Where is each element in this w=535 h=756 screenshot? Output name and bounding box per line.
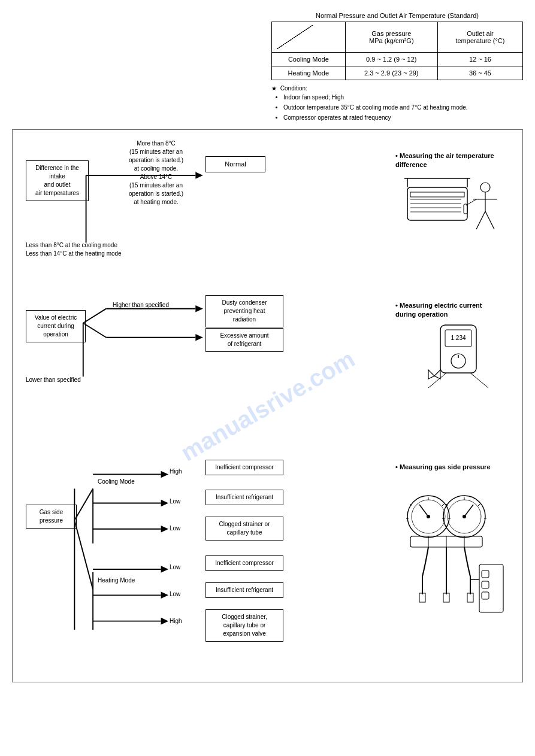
table-row: Cooling Mode 0.9 ~ 1.2 (9 ~ 12) 12 ~ 16 [272, 53, 523, 66]
svg-line-52 [419, 505, 428, 517]
condition-label: Condition: [280, 85, 307, 92]
svg-line-15 [476, 211, 485, 229]
svg-line-22 [83, 323, 106, 338]
cooling-mode-label: Cooling Mode [98, 478, 135, 486]
svg-marker-38 [161, 500, 169, 507]
low-label-4: Low [170, 590, 180, 599]
result-insufficient-refrigerant-2: Insufficient refrigerant [205, 582, 283, 598]
condition-bullets: Indoor fan speed; High Outdoor temperatu… [283, 93, 523, 122]
result-clogged-strainer-2: Clogged strainer,capillary tube orexpans… [205, 609, 283, 642]
condition-bullet-3: Compressor operates at rated frequency [283, 113, 523, 122]
row2-label: Heating Mode [272, 66, 346, 80]
normal-box: Normal [205, 156, 265, 172]
star-icon: ★ [271, 85, 277, 92]
result-insufficient-refrigerant-1: Insufficient refrigerant [205, 490, 283, 505]
col2-header: Outlet airtemperature (°C) [437, 22, 522, 53]
result-inefficient-compressor-1: Inefficient compressor [205, 460, 283, 475]
input-box-electric: Value of electriccurrent duringoperation [26, 310, 86, 342]
svg-line-19 [83, 309, 106, 323]
top-section: Normal Pressure and Outlet Air Temperatu… [12, 12, 523, 123]
col1-header: Gas pressureMPa (kg/cm²G) [345, 22, 437, 53]
high-label-2: High [170, 617, 182, 626]
pressure-table: Gas pressureMPa (kg/cm²G) Outlet airtemp… [271, 22, 523, 80]
input-box-gas: Gas sidepressure [26, 505, 77, 529]
row2-col2: 36 ~ 45 [437, 66, 522, 80]
svg-marker-48 [161, 618, 169, 625]
svg-marker-46 [161, 592, 169, 599]
row1-col2: 12 ~ 16 [437, 53, 522, 66]
input-box-air-temp: Difference in the intakeand outletair te… [26, 160, 89, 201]
table-row: Heating Mode 2.3 ~ 2.9 (23 ~ 29) 36 ~ 45 [272, 66, 523, 80]
high-label-1: High [170, 467, 182, 476]
svg-marker-44 [161, 566, 169, 573]
lower-label: Lower than specified [26, 376, 81, 384]
svg-rect-76 [482, 570, 489, 578]
right-bullet-electric: • Measuring electric currentduring opera… [395, 301, 509, 320]
lower-condition-text: Less than 8°C at the cooling modeLess th… [26, 241, 122, 258]
section1-air-temp: Difference in the intakeand outletair te… [20, 139, 515, 271]
result-excessive-refrigerant: Excessive amountof refrigerant [205, 328, 283, 352]
low-label-2: Low [170, 524, 180, 533]
svg-rect-18 [464, 204, 467, 214]
table-container: Normal Pressure and Outlet Air Temperatu… [271, 12, 523, 123]
row1-label: Cooling Mode [272, 53, 346, 66]
svg-line-41 [74, 520, 93, 589]
svg-point-53 [427, 515, 430, 518]
svg-rect-4 [410, 192, 464, 197]
svg-line-16 [485, 211, 494, 229]
svg-rect-26 [440, 325, 476, 373]
svg-rect-77 [482, 581, 489, 588]
low-label-1: Low [170, 497, 180, 506]
diagonal-header [272, 22, 346, 53]
main-diagram: manualsrive.com Difference in the intake… [12, 129, 523, 682]
condition-bullet-1: Indoor fan speed; High [283, 93, 523, 102]
svg-rect-74 [467, 593, 473, 602]
svg-marker-36 [161, 471, 169, 478]
heating-mode-label: Heating Mode [98, 576, 135, 585]
svg-marker-24 [195, 334, 203, 341]
low-label-3: Low [170, 563, 180, 572]
svg-marker-1 [195, 172, 203, 179]
higher-label: Higher than specified [113, 301, 169, 309]
right-bullet-gas: • Measuring gas side pressure [395, 463, 509, 472]
svg-line-61 [464, 505, 473, 517]
svg-text:1.234: 1.234 [451, 335, 466, 341]
upper-arrow-text: More than 8°C(15 minutes after anoperati… [116, 139, 197, 207]
row1-col1: 0.9 ~ 1.2 (9 ~ 12) [345, 53, 437, 66]
gauge-illustration [401, 487, 509, 624]
clamp-meter-illustration: 1.234 [410, 319, 506, 391]
section3-gas-pressure: Gas sidepressure Cooling Mode Heating Mo… [20, 427, 515, 654]
svg-line-31 [428, 373, 446, 388]
svg-marker-21 [195, 305, 203, 312]
svg-point-62 [463, 515, 466, 518]
result-inefficient-compressor-2: Inefficient compressor [205, 555, 283, 571]
ac-illustration [401, 169, 503, 253]
svg-line-33 [74, 488, 93, 520]
svg-rect-73 [443, 593, 449, 602]
right-bullet-air-temp: • Measuring the air temperature differen… [395, 151, 509, 170]
result-clogged-strainer-1: Clogged strainer orcapillary tube [205, 517, 283, 541]
section2-electric: Value of electriccurrent duringoperation… [20, 289, 515, 409]
svg-rect-72 [419, 593, 425, 602]
svg-line-64 [478, 504, 480, 506]
svg-marker-40 [161, 526, 169, 533]
svg-line-32 [470, 373, 488, 388]
table-title: Normal Pressure and Outlet Air Temperatu… [271, 12, 523, 19]
svg-line-55 [442, 504, 444, 506]
row2-col1: 2.3 ~ 2.9 (23 ~ 29) [345, 66, 437, 80]
condition-text: ★ Condition: Indoor fan speed; High Outd… [271, 84, 523, 122]
svg-point-12 [480, 183, 490, 192]
condition-bullet-2: Outdoor temperature 35°C at cooling mode… [283, 103, 523, 112]
result-dusty-condenser: Dusty condenserpreventing heatradiation [205, 295, 283, 327]
svg-rect-78 [482, 592, 489, 599]
